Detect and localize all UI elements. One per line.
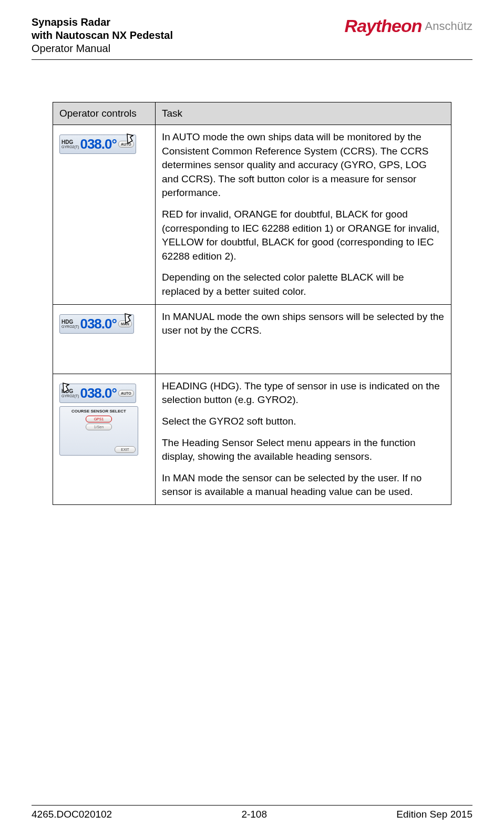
cursor-icon <box>121 311 133 326</box>
th-operator-controls: Operator controls <box>53 102 156 125</box>
hdg-label-stack: HDG GYRO2(T) <box>61 140 79 149</box>
controls-cell: HDG GYRO2(T) 038.0° AUTO COURSE SENSOR S… <box>53 374 156 504</box>
task-text: RED for invalid, ORANGE for doubtful, BL… <box>162 208 445 263</box>
task-text: In MANUAL mode the own ships sensors wil… <box>162 310 445 338</box>
title-line-2: with Nautoscan NX Pedestal <box>32 29 173 42</box>
task-text: In MAN mode the sensor can be selected b… <box>162 471 445 499</box>
hdg-value: 038.0° <box>80 316 116 332</box>
edition: Edition Sep 2015 <box>396 809 472 820</box>
cursor-icon <box>59 380 71 396</box>
footer-row: 4265.DOC020102 2-108 Edition Sep 2015 <box>32 809 472 820</box>
task-text: In AUTO mode the own ships data will be … <box>162 130 445 200</box>
footer-divider <box>32 805 472 806</box>
brand-sub: Anschütz <box>425 19 473 33</box>
task-cell: In MANUAL mode the own ships sensors wil… <box>156 304 451 374</box>
hdg-label: HDG <box>61 140 79 145</box>
doc-id: 4265.DOC020102 <box>32 809 112 820</box>
task-text: Depending on the selected color palette … <box>162 271 445 298</box>
th-task: Task <box>156 102 451 125</box>
task-text: HEADING (HDG). The type of sensor in use… <box>162 379 445 407</box>
main-content: Operator controls Task HDG GYRO2(T) 038.… <box>32 102 472 505</box>
title-line-1: Synapsis Radar <box>32 16 173 29</box>
subtitle: Operator Manual <box>32 42 173 55</box>
gyro-label: GYRO2(T) <box>61 325 79 328</box>
hdg-label-stack: HDG GYRO2(T) <box>61 319 79 328</box>
course-sensor-select-menu: COURSE SENSOR SELECT GPS1 1/Sen EXIT <box>59 406 138 456</box>
menu-title: COURSE SENSOR SELECT <box>62 409 136 414</box>
menu-exit-row: EXIT <box>62 446 136 453</box>
task-cell: In AUTO mode the own ships data will be … <box>156 125 451 305</box>
task-cell: HEADING (HDG). The type of sensor in use… <box>156 374 451 504</box>
header-divider <box>32 59 472 60</box>
exit-button[interactable]: EXIT <box>115 446 136 453</box>
controls-cell: HDG GYRO2(T) 038.0° AUTO <box>53 125 156 305</box>
hdg-value: 038.0° <box>80 385 116 401</box>
menu-option-sensor[interactable]: 1/Sen <box>86 424 112 430</box>
hdg-label: HDG <box>61 319 79 325</box>
page-footer: 4265.DOC020102 2-108 Edition Sep 2015 <box>32 805 472 820</box>
gyro-label: GYRO2(T) <box>61 145 79 149</box>
page-header: Synapsis Radar with Nautoscan NX Pedesta… <box>32 16 472 55</box>
mode-button-auto[interactable]: AUTO <box>118 390 134 397</box>
header-title-block: Synapsis Radar with Nautoscan NX Pedesta… <box>32 16 173 55</box>
page-number: 2-108 <box>241 809 267 820</box>
brand-logo: Raytheon Anschütz <box>345 16 472 36</box>
operator-table: Operator controls Task HDG GYRO2(T) 038.… <box>53 102 451 505</box>
hdg-value: 038.0° <box>80 136 116 152</box>
task-text: Select the GYRO2 soft button. <box>162 415 445 429</box>
controls-cell: HDG GYRO2(T) 038.0° MAN <box>53 304 156 374</box>
table-row: HDG GYRO2(T) 038.0° AUTO COURSE SENSOR S… <box>53 374 451 504</box>
brand-main: Raytheon <box>345 16 422 36</box>
task-text: The Heading Sensor Select menu appears i… <box>162 436 445 464</box>
cursor-icon <box>123 131 136 147</box>
table-row: HDG GYRO2(T) 038.0° AUTO In AUTO mode th… <box>53 125 451 305</box>
menu-option-gps1[interactable]: GPS1 <box>86 416 112 422</box>
table-row: HDG GYRO2(T) 038.0° MAN In MANUAL mode t… <box>53 304 451 374</box>
